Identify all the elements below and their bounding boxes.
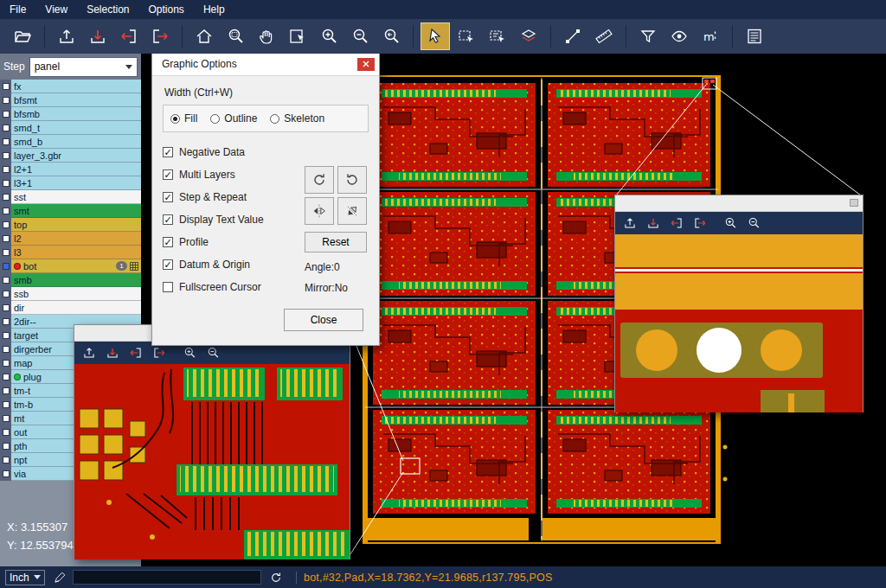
tool-zoom-previous[interactable] xyxy=(376,22,406,50)
layer-visibility-checkbox[interactable] xyxy=(0,273,11,287)
tool-line-measure[interactable] xyxy=(558,22,587,50)
command-input[interactable] xyxy=(73,570,261,585)
checkbox-multi-layers[interactable]: ✓Multi Layers xyxy=(163,163,294,186)
menu-selection[interactable]: Selection xyxy=(77,0,138,19)
layer-visibility-checkbox[interactable] xyxy=(0,329,11,342)
tool-ruler[interactable] xyxy=(589,22,619,50)
layer-visibility-checkbox[interactable] xyxy=(0,246,11,259)
layer-visibility-checkbox[interactable] xyxy=(0,135,11,149)
radio-outline[interactable]: Outline xyxy=(210,112,257,125)
tool-layers[interactable] xyxy=(514,22,543,50)
close-button[interactable] xyxy=(357,58,375,71)
menu-file[interactable]: File xyxy=(0,0,35,19)
layer-row-dir[interactable]: dir xyxy=(0,301,141,315)
dialog-title-bar[interactable]: Graphic Options xyxy=(152,53,379,76)
checkbox-step-repeat[interactable]: ✓Step & Repeat xyxy=(163,186,294,208)
tool-zoom-out[interactable] xyxy=(345,22,375,50)
tool-measure-m[interactable]: m xyxy=(696,22,725,50)
layer-visibility-checkbox[interactable] xyxy=(0,163,11,176)
tool-select-page[interactable] xyxy=(283,22,312,50)
layer-visibility-checkbox[interactable] xyxy=(0,287,11,301)
mag-tool-page-out[interactable] xyxy=(692,215,708,231)
layer-row-l2[interactable]: l2 xyxy=(0,232,141,246)
layer-visibility-checkbox[interactable] xyxy=(0,259,11,273)
checkbox-fullscreen-cursor[interactable]: Fullscreen Cursor xyxy=(163,276,294,298)
radio-fill[interactable]: Fill xyxy=(170,112,197,125)
unit-dropdown[interactable]: Inch xyxy=(5,570,45,585)
layer-visibility-checkbox[interactable] xyxy=(0,218,11,232)
mag-tool-export[interactable] xyxy=(645,215,661,231)
tool-select-group[interactable] xyxy=(483,22,512,50)
layer-visibility-checkbox[interactable] xyxy=(0,425,11,439)
layer-row-top[interactable]: top xyxy=(0,218,141,232)
layer-visibility-checkbox[interactable] xyxy=(0,301,11,315)
tool-zoom-area[interactable] xyxy=(221,22,250,50)
step-dropdown[interactable]: panel xyxy=(29,57,138,77)
tool-zoom-in[interactable] xyxy=(314,22,343,50)
layer-row-smd_t[interactable]: smd_t xyxy=(0,121,141,135)
dialog-close-button[interactable]: Close xyxy=(284,309,363,331)
layer-visibility-checkbox[interactable] xyxy=(0,370,11,384)
magnifier-2-title-bar[interactable] xyxy=(615,195,863,212)
layer-row-bfsmb[interactable]: bfsmb xyxy=(0,107,141,121)
tool-page-out[interactable] xyxy=(145,22,175,50)
tool-open-folder[interactable] xyxy=(8,22,37,50)
tool-page-in[interactable] xyxy=(114,22,144,50)
rotate-cw-button[interactable] xyxy=(305,166,334,194)
layer-visibility-checkbox[interactable] xyxy=(0,342,11,356)
tool-report[interactable] xyxy=(740,22,769,50)
mag-tool-zoom-out[interactable] xyxy=(205,345,221,361)
mag-tool-import[interactable] xyxy=(622,215,638,231)
mirror-diagonal-axis-button[interactable] xyxy=(337,197,367,225)
mag-tool-zoom-in[interactable] xyxy=(722,215,738,231)
layer-row-bot[interactable]: bot1 xyxy=(0,259,141,273)
magnifier-1-view[interactable] xyxy=(74,364,350,559)
layer-visibility-checkbox[interactable] xyxy=(0,412,11,425)
reset-button[interactable]: Reset xyxy=(305,232,367,252)
mag-tool-page-in[interactable] xyxy=(669,215,684,231)
tool-filter[interactable] xyxy=(633,22,663,50)
tool-eye[interactable] xyxy=(664,22,694,50)
layer-row-fx[interactable]: fx xyxy=(0,80,141,93)
tool-import[interactable] xyxy=(52,22,81,50)
layer-visibility-checkbox[interactable] xyxy=(0,121,11,135)
menu-options[interactable]: Options xyxy=(139,0,194,19)
mag-tool-export[interactable] xyxy=(105,345,120,361)
layer-visibility-checkbox[interactable] xyxy=(0,356,11,370)
layer-visibility-checkbox[interactable] xyxy=(0,176,11,190)
layer-visibility-checkbox[interactable] xyxy=(0,232,11,246)
rotate-ccw-button[interactable] xyxy=(337,166,367,194)
layer-visibility-checkbox[interactable] xyxy=(0,384,11,398)
mirror-vertical-axis-button[interactable] xyxy=(305,197,334,225)
mag-tool-zoom-out[interactable] xyxy=(746,215,761,231)
tool-export[interactable] xyxy=(83,22,112,50)
tool-home[interactable] xyxy=(189,22,219,50)
layer-visibility-checkbox[interactable] xyxy=(0,80,11,93)
checkbox-profile[interactable]: ✓Profile xyxy=(163,231,294,253)
layer-visibility-checkbox[interactable] xyxy=(0,439,11,453)
layer-row-smt[interactable]: smt xyxy=(0,204,141,218)
mag-tool-import[interactable] xyxy=(81,345,97,361)
layer-row-l3[interactable]: l3 xyxy=(0,246,141,259)
layer-visibility-checkbox[interactable] xyxy=(0,107,11,121)
menu-view[interactable]: View xyxy=(35,0,77,19)
layer-row-bfsmt[interactable]: bfsmt xyxy=(0,93,141,107)
refresh-icon[interactable] xyxy=(268,570,284,585)
mag-tool-page-out[interactable] xyxy=(151,345,167,361)
window-control-box-icon[interactable] xyxy=(850,199,858,207)
layer-visibility-checkbox[interactable] xyxy=(0,398,11,412)
layer-visibility-checkbox[interactable] xyxy=(0,453,11,467)
tool-pan-hand[interactable] xyxy=(252,22,281,50)
layer-visibility-checkbox[interactable] xyxy=(0,315,11,329)
layer-row-l3+1[interactable]: l3+1 xyxy=(0,176,141,190)
checkbox-datum-origin[interactable]: ✓Datum & Origin xyxy=(163,253,294,276)
layer-visibility-checkbox[interactable] xyxy=(0,190,11,204)
magnifier-2-view[interactable] xyxy=(615,234,863,412)
radio-skeleton[interactable]: Skeleton xyxy=(270,112,324,125)
layer-row-l2+1[interactable]: l2+1 xyxy=(0,163,141,176)
layer-row-smb[interactable]: smb xyxy=(0,273,141,287)
checkbox-negative-data[interactable]: ✓Negative Data xyxy=(163,141,294,163)
layer-row-sst[interactable]: sst xyxy=(0,190,141,204)
tool-select-cursor[interactable] xyxy=(421,22,450,50)
menu-help[interactable]: Help xyxy=(194,0,234,19)
